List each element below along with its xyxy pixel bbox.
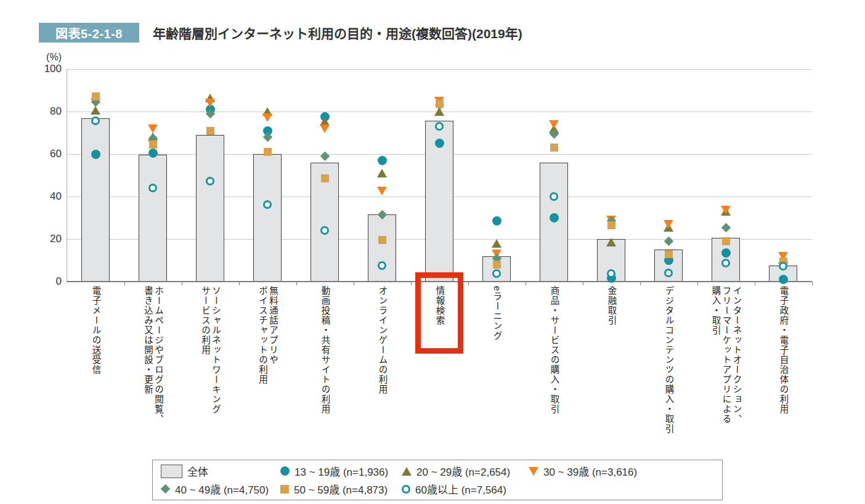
x-axis-category-label: オンラインゲームの利用 (377, 286, 388, 394)
marker-square (607, 221, 615, 229)
marker-triangle-down (320, 124, 330, 133)
x-axis-tick (124, 282, 125, 285)
marker-circle (148, 148, 158, 158)
figure-5-2-1-8: 図表5-2-1-8 年齢階層別インターネット利用の目的・用途(複数回答)(201… (0, 0, 865, 504)
x-axis-tick (411, 282, 412, 285)
legend-label: 40 ~ 49歳 (n=4,750) (175, 481, 269, 497)
marker-square (493, 261, 501, 269)
marker-circle-open (779, 262, 787, 270)
legend-label: 20 ~ 29歳 (n=2,654) (416, 463, 510, 479)
marker-triangle-up (606, 238, 616, 246)
marker-square (206, 127, 214, 135)
x-axis-category-label: インターネットオークション、 フリーマーケットアプリによる 購入・取引 (710, 286, 742, 424)
bar (368, 214, 396, 282)
marker-triangle-down (664, 220, 673, 229)
marker-circle (492, 216, 502, 226)
x-axis-category-label: 動画投稿・共有サイトの利用 (320, 286, 330, 414)
legend-label: 30 ~ 39歳 (n=3,616) (543, 463, 637, 479)
legend-item-40-49: 40 ~ 49歳 (n=4,750) (161, 481, 280, 497)
marker-triangle-down (377, 187, 387, 195)
marker-square (722, 237, 730, 245)
marker-circle-open (263, 200, 272, 209)
legend-label: 13 ~ 19歳 (n=1,936) (294, 463, 388, 479)
y-axis-unit-label: (%) (32, 52, 62, 63)
legend: 全体 13 ~ 19歳 (n=1,936) 20 ~ 29歳 (n=2,654)… (152, 460, 723, 500)
y-axis-tick-label: 20 (31, 233, 62, 245)
triangle-down-marker-icon (529, 467, 538, 476)
marker-circle-open (148, 184, 157, 192)
x-axis-category-label: 商品・サービスの購入・取引 (549, 286, 559, 414)
chart-plot-area: (%) 020406080100電子メールの送受信ホームページやブログの閲覧、 … (0, 0, 865, 504)
marker-circle-open (91, 116, 100, 125)
marker-circle (91, 150, 100, 159)
marker-triangle-down (262, 113, 272, 122)
x-axis-category-label: 金融取引 (606, 286, 617, 325)
bar (253, 154, 282, 282)
marker-circle (378, 156, 387, 165)
marker-square (264, 148, 272, 156)
marker-circle-open (206, 177, 214, 185)
marker-square (321, 174, 329, 182)
marker-circle-open (378, 261, 386, 270)
gridline (67, 69, 812, 70)
bar (196, 135, 224, 282)
marker-circle (550, 213, 559, 222)
y-axis-tick-label: 100 (31, 63, 62, 75)
marker-triangle-down (721, 206, 731, 214)
marker-diamond (320, 152, 330, 161)
y-axis-line (67, 69, 67, 282)
highlight-red-box (415, 272, 463, 354)
bar (139, 155, 167, 282)
marker-diamond (664, 237, 673, 246)
legend-item-30-39: 30 ~ 39歳 (n=3,616) (529, 463, 716, 479)
legend-item-13-19: 13 ~ 19歳 (n=1,936) (280, 463, 402, 479)
x-axis-tick (755, 282, 755, 285)
y-axis-tick-label: 0 (31, 275, 62, 288)
marker-triangle-down (205, 99, 215, 107)
marker-triangle-down (148, 124, 158, 133)
marker-square (92, 92, 100, 100)
x-axis-tick (468, 282, 469, 285)
x-axis-category-label: ソーシャルネットワーキング サービスの利用 (200, 286, 221, 414)
marker-square (378, 236, 386, 244)
x-axis-category-label: デジタルコンテンツの購入・取引 (664, 286, 674, 434)
x-axis-tick (296, 282, 297, 285)
legend-item-50-59: 50 ~ 59歳 (n=4,873) (280, 481, 402, 497)
filled-circle-marker-icon (280, 466, 290, 476)
legend-label: 60歳以上 (n=7,564) (415, 481, 506, 497)
bar (81, 118, 110, 282)
marker-circle (721, 248, 731, 258)
marker-triangle-down (549, 120, 559, 129)
overall-bar-swatch-icon (161, 465, 182, 478)
marker-triangle-up (91, 106, 100, 115)
legend-item-20-29: 20 ~ 29歳 (n=2,654) (402, 463, 529, 479)
x-axis-category-label: ホームページやブログの閲覧、 書き込み又は開設・更新 (142, 286, 163, 424)
legend-label: 全体 (187, 463, 208, 479)
y-axis-tick-label: 60 (31, 148, 62, 160)
x-axis-category-label: 電子メールの送受信 (91, 286, 101, 375)
x-axis-tick (354, 282, 354, 285)
marker-circle-open (550, 192, 558, 201)
square-marker-icon (280, 485, 289, 494)
open-circle-marker-icon (402, 485, 410, 494)
x-axis-tick (640, 282, 641, 285)
marker-diamond (721, 222, 731, 232)
marker-circle (779, 275, 788, 284)
legend-label: 50 ~ 59歳 (n=4,873) (294, 481, 388, 497)
x-axis-tick (239, 282, 240, 285)
y-axis-tick-label: 80 (31, 105, 62, 118)
marker-square (550, 144, 558, 152)
marker-triangle-up (492, 239, 502, 248)
marker-circle-open (607, 269, 615, 278)
legend-item-overall: 全体 (161, 463, 280, 479)
marker-circle-open (320, 226, 329, 235)
x-axis-tick (583, 282, 583, 285)
marker-square (436, 100, 444, 108)
x-axis-tick (812, 282, 813, 285)
marker-triangle-up (377, 169, 387, 177)
marker-circle-open (664, 269, 673, 277)
marker-square (665, 250, 673, 258)
marker-circle-open (435, 122, 444, 131)
x-axis-category-label: 無料通話アプリや ボイスチャットの利用 (257, 286, 278, 384)
x-axis-tick (697, 282, 698, 285)
